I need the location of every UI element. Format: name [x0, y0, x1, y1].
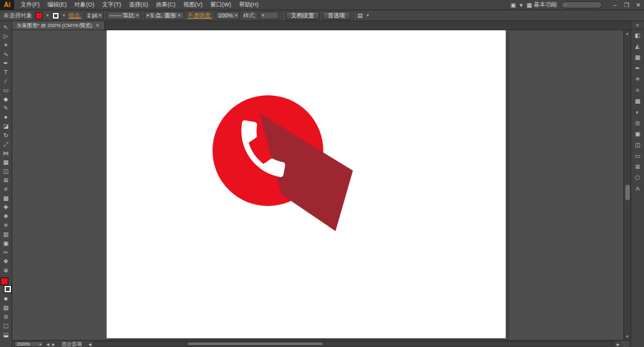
color-button-icon[interactable]: ■: [1, 294, 12, 303]
stroke-panel-icon[interactable]: ≡: [632, 85, 643, 95]
style-combo[interactable]: ▾: [260, 12, 279, 19]
tab-close-icon[interactable]: ✕: [95, 23, 100, 28]
artboard-next-icon[interactable]: ▶: [52, 342, 55, 346]
paintbrush-tool-icon[interactable]: ◆: [1, 95, 12, 104]
blob-brush-tool-icon[interactable]: ●: [1, 113, 12, 122]
width-profile-combo[interactable]: —— 等比 ▾: [107, 12, 141, 19]
symbols-panel-icon[interactable]: ✳: [632, 74, 643, 84]
status-text: 混合选项: [61, 341, 82, 347]
graphic-styles-panel-icon[interactable]: ▣: [632, 129, 643, 139]
artboard[interactable]: [107, 30, 506, 338]
pencil-tool-icon[interactable]: ✎: [1, 104, 12, 113]
width-tool-icon[interactable]: ⋈: [1, 149, 12, 158]
arrange-documents-icon[interactable]: ▣: [510, 2, 516, 8]
zoom-level-combo[interactable]: 200% ▾: [14, 341, 44, 347]
artboard-prev-icon[interactable]: ◀: [46, 342, 50, 346]
menu-type[interactable]: 文字(T): [99, 0, 126, 10]
selection-tool-icon[interactable]: ↖: [1, 23, 12, 32]
character-panel-icon[interactable]: A: [632, 183, 643, 194]
gradient-tool-icon[interactable]: ▩: [1, 194, 12, 203]
perspective-grid-tool-icon[interactable]: ⊞: [1, 176, 12, 185]
lasso-tool-icon[interactable]: ∿: [1, 50, 12, 59]
blend-tool-icon[interactable]: ❖: [1, 212, 12, 221]
scroll-down-icon[interactable]: ▼: [625, 333, 629, 340]
symbol-sprayer-tool-icon[interactable]: ✳: [1, 221, 12, 230]
menu-help[interactable]: 帮助(H): [235, 0, 263, 10]
drawing-modes-icon[interactable]: ▢: [1, 321, 12, 330]
line-segment-tool-icon[interactable]: ∕: [1, 77, 12, 86]
scale-tool-icon[interactable]: ⤢: [1, 140, 12, 149]
menu-edit[interactable]: 编辑(E): [44, 0, 71, 10]
stroke-color-swatch[interactable]: [52, 12, 59, 19]
brushes-panel-icon[interactable]: ✒: [632, 63, 643, 73]
transparency-panel-icon[interactable]: ◐: [632, 107, 643, 117]
menu-object[interactable]: 对象(O): [71, 0, 99, 10]
screen-mode-icon[interactable]: ⬓: [1, 330, 12, 339]
scroll-right-icon[interactable]: ▶: [616, 342, 620, 346]
toolbar-stroke-swatch[interactable]: [4, 285, 12, 293]
none-button-icon[interactable]: ⊘: [1, 312, 12, 321]
menu-view[interactable]: 视图(V): [180, 0, 207, 10]
pen-tool-icon[interactable]: ✒: [1, 59, 12, 68]
restore-button[interactable]: ❐: [623, 2, 630, 8]
zoom-tool-icon[interactable]: ⊕: [1, 266, 12, 275]
layers-panel-icon[interactable]: ◫: [632, 140, 643, 150]
shape-builder-tool-icon[interactable]: ◫: [1, 167, 12, 176]
menu-window[interactable]: 窗口(W): [207, 0, 236, 10]
rectangle-tool-icon[interactable]: ▭: [1, 86, 12, 95]
column-graph-tool-icon[interactable]: ▥: [1, 230, 12, 239]
appearance-panel-icon[interactable]: ◎: [632, 118, 643, 128]
minimize-button[interactable]: –: [611, 2, 619, 8]
zoom-caret-icon: ▾: [39, 342, 41, 346]
fill-color-swatch[interactable]: [35, 12, 43, 19]
control-bar: 未选择对象 ▾ ▾ 描边: 1 pt ▾ —— 等比 ▾ • 5 点. 圆形 ▾…: [0, 10, 644, 21]
vertical-scrollbar-thumb[interactable]: [625, 185, 630, 200]
color-guide-panel-icon[interactable]: ◭: [632, 41, 643, 52]
rotate-tool-icon[interactable]: ↻: [1, 131, 12, 140]
document-setup-button[interactable]: 文档设置: [286, 12, 319, 20]
stroke-panel-link[interactable]: 描边:: [68, 12, 82, 20]
swatches-panel-icon[interactable]: ▦: [632, 52, 643, 62]
fill-stroke-indicator[interactable]: [1, 277, 12, 293]
stroke-weight-combo[interactable]: 1 pt ▾: [85, 12, 104, 19]
opacity-combo[interactable]: 100% ▾: [216, 12, 240, 19]
menu-select[interactable]: 选择(S): [125, 0, 152, 10]
close-button[interactable]: ✕: [634, 2, 642, 8]
scroll-left-icon[interactable]: ◀: [88, 342, 91, 346]
stroke-caret-icon: ▾: [63, 13, 66, 18]
free-transform-tool-icon[interactable]: ▦: [1, 158, 12, 167]
pathfinder-panel-icon[interactable]: ⬡: [632, 173, 643, 183]
search-input[interactable]: ⌕: [561, 1, 602, 8]
brush-definition-combo[interactable]: • 5 点. 圆形 ▾: [144, 12, 184, 19]
direct-selection-tool-icon[interactable]: ▷: [1, 32, 12, 41]
hand-tool-icon[interactable]: ✥: [1, 257, 12, 266]
workspace-switcher[interactable]: ▦ 基本功能: [526, 1, 557, 9]
document-tab[interactable]: 矢量图形* @ 200% (CMYK/预览) ✕: [12, 21, 105, 30]
type-tool-icon[interactable]: T: [1, 68, 12, 77]
opacity-panel-link[interactable]: 不透明度:: [187, 12, 213, 20]
horizontal-scrollbar[interactable]: [94, 341, 614, 346]
menu-effect[interactable]: 效果(C): [152, 0, 180, 10]
eraser-tool-icon[interactable]: ◪: [1, 122, 12, 131]
scroll-up-icon[interactable]: ▲: [625, 30, 629, 37]
horizontal-scrollbar-thumb[interactable]: [188, 342, 323, 345]
artboard-tool-icon[interactable]: ▣: [1, 239, 12, 248]
eyedropper-tool-icon[interactable]: ✚: [1, 203, 12, 212]
vertical-scrollbar[interactable]: ▲ ▼: [623, 30, 630, 340]
expand-panels-button[interactable]: «: [631, 21, 644, 30]
color-panel-icon[interactable]: ◧: [632, 30, 643, 41]
style-label: 样式:: [243, 12, 256, 20]
gradient-panel-icon[interactable]: ▩: [632, 96, 643, 106]
menu-file[interactable]: 文件(F): [17, 0, 44, 10]
gradient-button-icon[interactable]: ▨: [1, 303, 12, 312]
magic-wand-tool-icon[interactable]: ✶: [1, 41, 12, 50]
align-panel-icon[interactable]: ⊞: [632, 162, 643, 172]
preferences-button[interactable]: 首选项: [323, 12, 350, 20]
artboards-panel-icon[interactable]: ▭: [632, 151, 643, 161]
canvas-viewport[interactable]: ▲ ▼: [12, 30, 630, 340]
toolbar-fill-swatch[interactable]: [1, 277, 8, 285]
mesh-tool-icon[interactable]: #: [1, 185, 12, 194]
control-panel-menu-icon[interactable]: ▤: [357, 12, 363, 19]
slice-tool-icon[interactable]: ✂: [1, 248, 12, 257]
resize-gripper[interactable]: [622, 341, 629, 347]
